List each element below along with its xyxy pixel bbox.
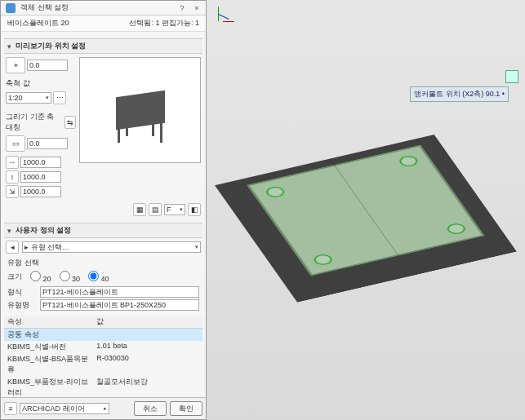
viewport-3d[interactable]: 앵커볼트 위치 (X2측) 90.1 • <box>207 0 525 420</box>
dimension-tag[interactable]: 앵커볼트 위치 (X2측) 90.1 • <box>410 86 509 102</box>
preview-tool-3[interactable]: ◧ <box>188 203 201 216</box>
settings-pane: ▾ 미리보기와 위치 설정 ⌖ 0.0 축척 값 1:20▾ ⋯ 그리기 기준 … <box>1 32 206 397</box>
typename-value[interactable]: PT121-베이스플레이트 BP1-250X250 <box>40 299 199 311</box>
mirror-icon[interactable]: ⇋ <box>65 116 76 129</box>
table-row[interactable]: KBIMS_식별-BSA품목분류R-030030 <box>4 353 202 376</box>
scale-select[interactable]: 1:20▾ <box>6 92 51 104</box>
scale-options-icon[interactable]: ⋯ <box>53 91 66 104</box>
help-button[interactable]: ? <box>178 4 186 12</box>
ok-button[interactable]: 확인 <box>170 401 202 416</box>
size-icon[interactable]: ▭ <box>6 135 25 152</box>
anchor-bolt[interactable] <box>311 253 335 266</box>
section-preview-position[interactable]: ▾ 미리보기와 위치 설정 <box>4 38 202 54</box>
mirror-label: 그리기 기준 축 대칭 <box>6 112 63 133</box>
type-title: 유형 선택 <box>7 258 199 268</box>
nav-left-icon[interactable]: ◂ <box>6 241 19 254</box>
chevron-down-icon: ▾ <box>7 227 16 235</box>
baseplate-model[interactable] <box>247 144 485 276</box>
typename-label: 유형명 <box>7 300 35 311</box>
brand-value[interactable]: PT121-베이스플레이트 <box>40 286 199 298</box>
rotation-input[interactable]: 0.0 <box>27 60 68 71</box>
dim-icon-3[interactable]: ⇲ <box>6 185 19 198</box>
size-row-label: 크기 <box>7 272 22 282</box>
col-val: 값 <box>93 316 202 328</box>
titlebar: 객체 선택 설정 ? × <box>1 1 206 15</box>
dim-input-2[interactable]: 1000.0 <box>20 171 61 183</box>
anchor-point-icon[interactable]: ⌖ <box>6 57 25 73</box>
anchor-bolt[interactable] <box>264 185 287 198</box>
preview-thumbnail <box>108 77 173 143</box>
dim-input-1[interactable]: 1000.0 <box>20 157 61 168</box>
size-input[interactable]: 0.0 <box>27 138 68 149</box>
dim-input-3[interactable]: 1000.0 <box>20 186 61 197</box>
selection-handle[interactable] <box>505 70 518 83</box>
bottom-bar: ≡ ARCHICAD 레이어▸ 취소 확인 <box>1 397 206 419</box>
preview-tool-1[interactable]: ▦ <box>133 203 146 216</box>
section-user-settings[interactable]: ▾ 사용자 정의 설정 <box>4 223 202 238</box>
dialog-title: 객체 선택 설정 <box>20 2 69 13</box>
col-attr: 속성 <box>4 316 93 328</box>
table-row[interactable]: 공통 속성 <box>4 329 202 341</box>
dim-icon-1[interactable]: ↔ <box>6 156 19 169</box>
subheader: 베이스플레이트 20 선택됨: 1 편집가능: 1 <box>1 15 206 32</box>
axis-gizmo <box>213 7 238 31</box>
selection-status: 선택됨: 1 편집가능: 1 <box>129 18 199 29</box>
close-button[interactable]: × <box>193 4 201 12</box>
anchor-bolt[interactable] <box>397 154 420 167</box>
brand-label: 형식 <box>7 287 35 298</box>
cancel-button[interactable]: 취소 <box>134 401 167 416</box>
preview-mode-select[interactable]: F▾ <box>164 204 185 215</box>
anchor-bolt[interactable] <box>444 222 468 235</box>
layer-icon[interactable]: ≡ <box>4 402 17 415</box>
radio-30[interactable]: 30 <box>60 271 81 283</box>
attribute-table: 속성 값 공통 속성 KBIMS_식별-버전1.01 beta KBIMS_식별… <box>4 316 202 397</box>
scale-label: 축척 값 <box>6 78 38 89</box>
table-row[interactable]: KBIMS_부품정보-라이브러리철골모서리보강 <box>4 376 202 397</box>
radio-40[interactable]: 40 <box>88 271 109 283</box>
dim-icon-2[interactable]: ↕ <box>6 170 19 183</box>
layer-select[interactable]: ARCHICAD 레이어▸ <box>20 403 109 414</box>
preview-tool-2[interactable]: ▤ <box>149 203 162 216</box>
object-name: 베이스플레이트 20 <box>7 18 69 29</box>
object-preview <box>79 57 201 163</box>
radio-20[interactable]: 20 <box>30 271 51 283</box>
chevron-down-icon: ▾ <box>7 42 16 51</box>
app-icon <box>6 3 16 13</box>
table-row[interactable]: KBIMS_식별-버전1.01 beta <box>4 341 202 353</box>
settings-panel: 객체 선택 설정 ? × 베이스플레이트 20 선택됨: 1 편집가능: 1 ▾… <box>0 0 207 420</box>
table-header: 속성 값 <box>4 316 202 329</box>
type-pick-select[interactable]: ▸ 유형 선택...▾ <box>22 241 201 253</box>
preview-position-body: ⌖ 0.0 축척 값 1:20▾ ⋯ 그리기 기준 축 대칭 ⇋ ▭ 0.0 <box>4 54 202 201</box>
